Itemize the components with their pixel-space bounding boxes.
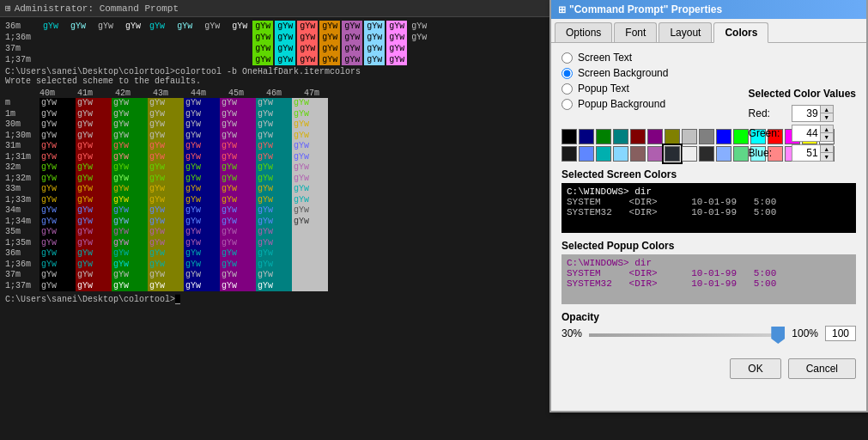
- red-spin-up[interactable]: ▲: [821, 106, 833, 113]
- green-label: Green:: [749, 127, 792, 139]
- tab-layout[interactable]: Layout: [659, 22, 712, 42]
- cursor-line: C:\Users\sanei\Desktop\colortool>█: [5, 295, 544, 304]
- screen-preview-line-2: SYSTEM <DIR> 10-01-99 5:00: [567, 197, 851, 207]
- green-spinbox[interactable]: 44 ▲ ▼: [792, 125, 834, 142]
- blue-label: Blue:: [749, 147, 792, 159]
- palette-swatch[interactable]: [630, 129, 646, 144]
- palette-swatch[interactable]: [647, 146, 663, 162]
- palette-swatch[interactable]: [733, 129, 749, 144]
- dialog-buttons: OK Cancel: [551, 358, 866, 379]
- tab-font[interactable]: Font: [614, 22, 657, 42]
- color-values-title: Selected Color Values: [749, 88, 856, 100]
- palette-swatch[interactable]: [579, 146, 594, 162]
- opacity-label: Opacity: [561, 311, 856, 323]
- popup-preview-line-3: SYSTEM32 <DIR> 10-01-99 5:00: [567, 278, 851, 289]
- blue-input[interactable]: 51: [792, 146, 820, 160]
- popup-preview-line-1: C:\WINDOWS> dir: [567, 258, 851, 268]
- dialog-title: "Command Prompt" Properties: [569, 3, 722, 15]
- tab-options[interactable]: Options: [555, 22, 612, 42]
- radio-screen-background-label: Screen Background: [578, 67, 668, 79]
- radio-screen-text-label: Screen Text: [578, 52, 632, 64]
- palette-swatch[interactable]: [561, 146, 577, 162]
- color-values-section: Selected Color Values Red: 39 ▲ ▼ Green:…: [749, 88, 856, 164]
- color-target-radio-group: Screen Text Screen Background Popup Text…: [561, 52, 707, 113]
- screen-colors-label: Selected Screen Colors: [561, 168, 856, 180]
- opacity-max-label: 100%: [792, 327, 818, 339]
- palette-swatch[interactable]: [716, 146, 731, 162]
- opacity-row: 30% 100% 100: [561, 326, 856, 341]
- radio-popup-background-label: Popup Background: [578, 98, 665, 110]
- blue-spinbox[interactable]: 51 ▲ ▼: [792, 144, 834, 162]
- palette-swatch[interactable]: [682, 129, 697, 144]
- terminal-titlebar: ⊞ Administrator: Command Prompt: [0, 0, 549, 17]
- palette-swatch[interactable]: [596, 146, 611, 162]
- blue-spin-up[interactable]: ▲: [821, 145, 833, 153]
- screen-colors-section: Selected Screen Colors C:\WINDOWS> dir S…: [561, 168, 856, 233]
- screen-preview-line-1: C:\WINDOWS> dir: [567, 186, 851, 197]
- popup-colors-preview: C:\WINDOWS> dir SYSTEM <DIR> 10-01-99 5:…: [561, 254, 856, 304]
- dialog-icon: ⊞: [558, 4, 566, 15]
- palette-swatch[interactable]: [596, 129, 611, 144]
- dialog-titlebar: ⊞ "Command Prompt" Properties: [551, 0, 866, 19]
- red-input[interactable]: 39: [792, 107, 820, 120]
- blue-spin-down[interactable]: ▼: [821, 153, 833, 161]
- terminal-icon: ⊞: [5, 3, 11, 14]
- terminal-window: ⊞ Administrator: Command Prompt 36m1;36m…: [0, 0, 549, 440]
- palette-swatch[interactable]: [699, 146, 714, 162]
- palette-swatch[interactable]: [561, 129, 577, 144]
- popup-preview-line-2: SYSTEM <DIR> 10-01-99 5:00: [567, 268, 851, 278]
- terminal-content[interactable]: 36m1;36m37m1;37m gYw gYw gYw gYw gYw gYw…: [0, 17, 549, 437]
- screen-colors-preview: C:\WINDOWS> dir SYSTEM <DIR> 10-01-99 5:…: [561, 183, 856, 233]
- palette-swatch[interactable]: [630, 146, 646, 162]
- green-value-row: Green: 44 ▲ ▼: [749, 125, 856, 142]
- palette-swatch[interactable]: [647, 129, 663, 144]
- palette-swatch[interactable]: [716, 129, 731, 144]
- green-spin-up[interactable]: ▲: [821, 125, 833, 133]
- screen-preview-line-3: SYSTEM32 <DIR> 10-01-99 5:00: [567, 207, 851, 217]
- palette-swatch[interactable]: [613, 146, 628, 162]
- popup-colors-label: Selected Popup Colors: [561, 240, 856, 252]
- opacity-section: Opacity 30% 100% 100: [561, 311, 856, 341]
- dialog-body: Screen Text Screen Background Popup Text…: [551, 43, 866, 350]
- popup-colors-section: Selected Popup Colors C:\WINDOWS> dir SY…: [561, 240, 856, 304]
- radio-screen-text[interactable]: Screen Text: [561, 52, 707, 64]
- opacity-value: 100: [825, 326, 856, 341]
- red-label: Red:: [749, 107, 792, 119]
- palette-swatch[interactable]: [699, 129, 714, 144]
- radio-screen-background[interactable]: Screen Background: [561, 67, 707, 79]
- tab-colors[interactable]: Colors: [713, 22, 768, 43]
- red-spin-down[interactable]: ▼: [821, 113, 833, 121]
- palette-swatch-selected[interactable]: [665, 146, 680, 162]
- opacity-slider[interactable]: [589, 333, 785, 337]
- red-spinbox[interactable]: 39 ▲ ▼: [792, 105, 834, 122]
- palette-swatch[interactable]: [579, 129, 594, 144]
- terminal-title: Administrator: Command Prompt: [15, 3, 179, 14]
- opacity-slider-wrap: [589, 327, 785, 339]
- tab-bar: Options Font Layout Colors: [551, 19, 866, 43]
- radio-popup-text[interactable]: Popup Text: [561, 82, 707, 95]
- red-value-row: Red: 39 ▲ ▼: [749, 105, 856, 122]
- green-spin-down[interactable]: ▼: [821, 133, 833, 141]
- cmd-line-1: C:\Users\sanei\Desktop\colortool>colorto…: [5, 67, 544, 86]
- palette-swatch[interactable]: [733, 146, 749, 162]
- cancel-button[interactable]: Cancel: [788, 358, 856, 379]
- radio-popup-text-label: Popup Text: [578, 82, 629, 95]
- ok-button[interactable]: OK: [730, 358, 780, 379]
- opacity-min-label: 30%: [561, 327, 582, 339]
- blue-value-row: Blue: 51 ▲ ▼: [749, 144, 856, 162]
- palette-swatch[interactable]: [665, 129, 680, 144]
- green-input[interactable]: 44: [792, 126, 820, 140]
- palette-swatch[interactable]: [682, 146, 697, 162]
- properties-dialog: ⊞ "Command Prompt" Properties Options Fo…: [549, 0, 868, 412]
- palette-swatch[interactable]: [613, 129, 628, 144]
- radio-popup-background[interactable]: Popup Background: [561, 98, 707, 110]
